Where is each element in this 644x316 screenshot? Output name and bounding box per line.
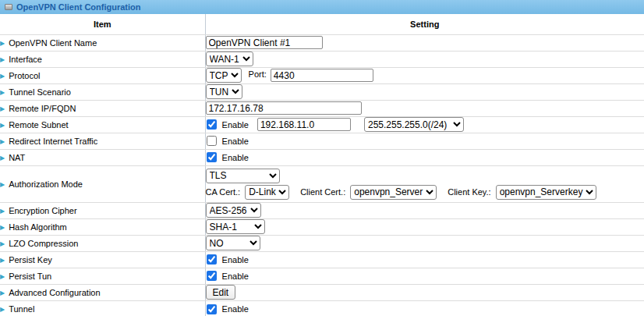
row-bullet-icon: ▶	[0, 306, 5, 313]
table-row: ▶Authorization Mode TLS CA Cert.: D-Link…	[0, 165, 644, 202]
row-bullet-icon: ▶	[0, 105, 5, 112]
row-bullet-icon: ▶	[0, 224, 5, 231]
row-label-remote-subnet: Remote Subnet	[9, 120, 68, 130]
collapse-section-icon[interactable]	[5, 4, 12, 10]
client-key-label: Client Key.:	[448, 187, 490, 197]
row-label-redirect: Redirect Internet Traffic	[9, 137, 97, 146]
remote-subnet-input[interactable]	[257, 118, 351, 131]
tunnel-scenario-select[interactable]: TUN	[206, 84, 242, 99]
client-cert-label: Client Cert.:	[300, 187, 345, 197]
table-row: ▶Tunnel Enable	[0, 300, 644, 316]
row-bullet-icon: ▶	[0, 56, 5, 63]
section-header: OpenVPN Client Configuration	[0, 0, 644, 14]
table-row: ▶Redirect Internet Traffic Enable	[0, 133, 644, 149]
remote-subnet-enable-checkbox[interactable]	[207, 119, 217, 130]
row-label-persist-key: Persist Key	[9, 255, 52, 265]
table-row: ▶Persist Tun Enable	[0, 268, 644, 284]
persist-tun-enable-checkbox[interactable]	[207, 271, 217, 281]
row-bullet-icon: ▶	[0, 154, 5, 162]
redirect-enable-label: Enable	[222, 137, 249, 146]
page-title: OpenVPN Client Configuration	[16, 2, 141, 12]
table-row: ▶Persist Key Enable	[0, 251, 644, 268]
lzo-compression-select[interactable]: NO	[206, 236, 260, 250]
table-row: ▶Interface WAN-1	[0, 51, 644, 67]
persist-tun-enable-label: Enable	[222, 272, 249, 281]
row-label-protocol: Protocol	[9, 71, 40, 80]
hash-algorithm-select[interactable]: SHA-1	[206, 219, 265, 234]
row-bullet-icon: ▶	[0, 181, 5, 188]
row-label-auth-mode: Authorization Mode	[9, 179, 83, 189]
row-bullet-icon: ▶	[0, 73, 5, 80]
interface-select[interactable]: WAN-1	[206, 51, 253, 66]
table-header-row: Item Setting	[0, 14, 644, 34]
row-bullet-icon: ▶	[0, 257, 5, 264]
table-row: ▶Remote Subnet Enable 255.255.255.0(/24)	[0, 116, 644, 133]
row-bullet-icon: ▶	[0, 138, 5, 145]
table-row: ▶Hash Algorithm SHA-1	[0, 218, 644, 235]
nat-enable-label: Enable	[222, 153, 249, 162]
protocol-select[interactable]: TCP	[206, 68, 242, 83]
table-row: ▶NAT Enable	[0, 149, 644, 165]
table-row: ▶Tunnel Scenario TUN	[0, 83, 644, 100]
ca-cert-select[interactable]: D-Link	[245, 185, 289, 200]
remote-ip-input[interactable]	[206, 101, 362, 115]
row-bullet-icon: ▶	[0, 122, 5, 129]
row-bullet-icon: ▶	[0, 89, 5, 96]
table-row: ▶Encryption Cipher AES-256	[0, 202, 644, 218]
row-bullet-icon: ▶	[0, 208, 5, 215]
row-bullet-icon: ▶	[0, 40, 5, 47]
auth-mode-select[interactable]: TLS	[206, 169, 280, 183]
ca-cert-label: CA Cert.:	[206, 187, 241, 197]
tunnel-enable-label: Enable	[222, 304, 249, 314]
tunnel-enable-checkbox[interactable]	[207, 304, 217, 314]
config-table: Item Setting ▶OpenVPN Client Name ▶Inter…	[0, 14, 644, 316]
table-row: ▶LZO Compression NO	[0, 235, 644, 251]
row-label-remote-ip: Remote IP/FQDN	[9, 104, 76, 113]
row-bullet-icon: ▶	[0, 289, 5, 296]
row-bullet-icon: ▶	[0, 273, 5, 280]
row-label-lzo: LZO Compression	[9, 239, 78, 248]
column-header-setting: Setting	[205, 14, 644, 34]
table-row: ▶Protocol TCP Port:	[0, 67, 644, 83]
redirect-enable-checkbox[interactable]	[207, 136, 217, 146]
row-label-client-name: OpenVPN Client Name	[9, 38, 97, 48]
nat-enable-checkbox[interactable]	[207, 152, 217, 162]
row-label-persist-tun: Persist Tun	[9, 272, 51, 281]
row-label-advanced: Advanced Configuration	[9, 288, 100, 297]
remote-subnet-enable-label: Enable	[222, 120, 249, 130]
row-label-interface: Interface	[9, 55, 42, 64]
advanced-edit-button[interactable]: Edit	[206, 285, 236, 300]
port-label: Port:	[249, 69, 267, 79]
remote-subnet-netmask-select[interactable]: 255.255.255.0(/24)	[364, 117, 464, 132]
table-row: ▶Remote IP/FQDN	[0, 100, 644, 116]
port-input[interactable]	[271, 69, 373, 82]
encryption-cipher-select[interactable]: AES-256	[206, 203, 261, 218]
row-label-nat: NAT	[9, 153, 25, 162]
table-row: ▶Advanced Configuration Edit	[0, 284, 644, 300]
persist-key-enable-checkbox[interactable]	[207, 254, 217, 265]
row-label-cipher: Encryption Cipher	[9, 206, 76, 215]
column-header-item: Item	[0, 14, 205, 34]
persist-key-enable-label: Enable	[222, 255, 249, 265]
client-cert-select[interactable]: openvpn_Server	[350, 185, 437, 200]
client-name-input[interactable]	[206, 36, 323, 49]
client-key-select[interactable]: openvpn_Serverkey	[496, 185, 596, 200]
row-label-hash: Hash Algorithm	[9, 222, 67, 232]
table-row: ▶OpenVPN Client Name	[0, 34, 644, 51]
row-label-tunnel: Tunnel	[9, 304, 34, 314]
row-label-tunnel-scenario: Tunnel Scenario	[9, 87, 71, 97]
row-bullet-icon: ▶	[0, 240, 5, 247]
